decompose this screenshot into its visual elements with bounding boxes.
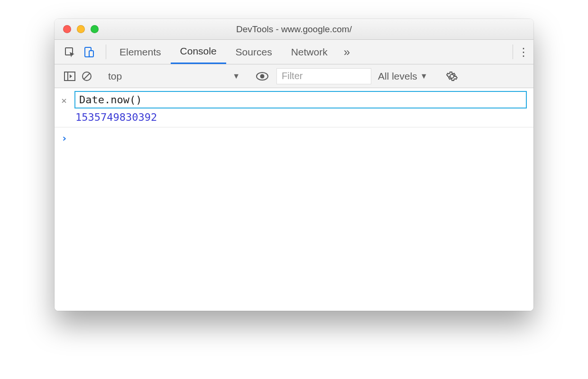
console-output: × Date.now() 1535749830392 › bbox=[55, 88, 533, 311]
live-expression-icon[interactable] bbox=[254, 68, 271, 85]
console-prompt[interactable]: › bbox=[55, 127, 533, 149]
close-icon[interactable]: × bbox=[61, 95, 70, 106]
filter-input[interactable]: Filter bbox=[276, 68, 371, 84]
filter-placeholder: Filter bbox=[282, 71, 303, 81]
console-settings-icon[interactable] bbox=[442, 71, 461, 82]
levels-label: All levels bbox=[378, 71, 417, 82]
context-selector[interactable]: top ▼ bbox=[103, 71, 246, 82]
log-levels-selector[interactable]: All levels ▼ bbox=[371, 71, 434, 82]
titlebar: DevTools - www.google.com/ bbox=[55, 19, 533, 40]
eager-evaluation-entry: × Date.now() 1535749830392 bbox=[55, 88, 533, 127]
tab-console[interactable]: Console bbox=[171, 40, 226, 64]
devtools-window: DevTools - www.google.com/ Elements Cons… bbox=[55, 19, 533, 311]
dropdown-icon: ▼ bbox=[232, 72, 240, 81]
svg-point-8 bbox=[260, 74, 265, 78]
dropdown-icon: ▼ bbox=[420, 72, 428, 81]
panel-tabs: Elements Console Sources Network bbox=[110, 40, 337, 64]
tab-sources[interactable]: Sources bbox=[226, 40, 282, 64]
svg-line-6 bbox=[84, 73, 90, 79]
svg-rect-2 bbox=[89, 51, 93, 57]
eager-input[interactable]: Date.now() bbox=[74, 91, 527, 108]
sidebar-toggle-icon[interactable] bbox=[61, 68, 78, 85]
tabs-overflow-button[interactable]: » bbox=[337, 40, 357, 64]
tab-network[interactable]: Network bbox=[282, 40, 337, 64]
window-title: DevTools - www.google.com/ bbox=[55, 24, 533, 35]
clear-console-icon[interactable] bbox=[78, 68, 95, 85]
devtools-tabbar: Elements Console Sources Network » ⋮ bbox=[55, 40, 533, 64]
device-toolbar-icon[interactable] bbox=[80, 44, 97, 61]
chevron-right-icon: › bbox=[61, 132, 67, 144]
console-toolbar: top ▼ Filter All levels ▼ bbox=[55, 64, 533, 88]
tab-elements[interactable]: Elements bbox=[110, 40, 171, 64]
context-label: top bbox=[108, 71, 122, 82]
inspect-element-icon[interactable] bbox=[61, 44, 78, 61]
devtools-menu-button[interactable]: ⋮ bbox=[513, 45, 533, 59]
eager-result: 1535749830392 bbox=[75, 108, 527, 123]
